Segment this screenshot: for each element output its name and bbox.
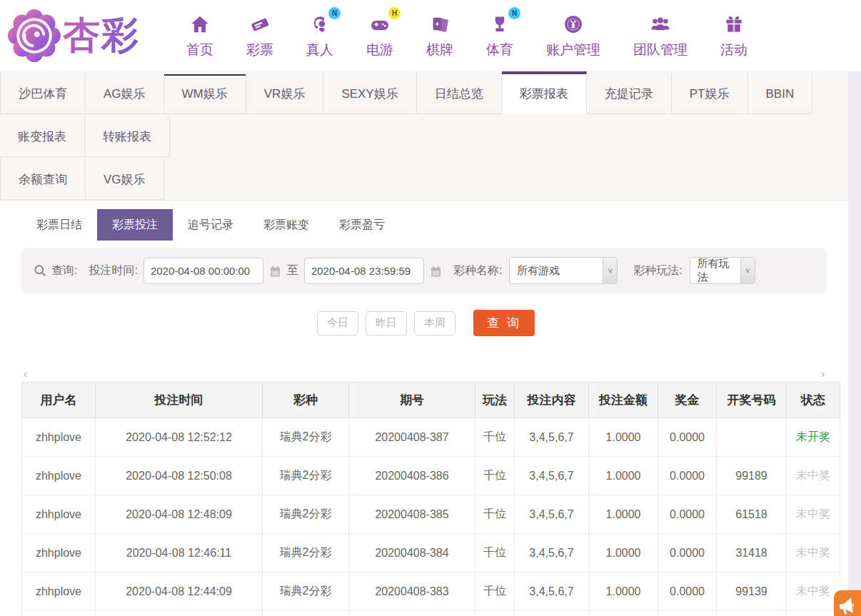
lotus-logo-icon (7, 9, 61, 63)
cell-draw_number: 31418 (717, 534, 787, 572)
time-from-input[interactable] (144, 258, 263, 284)
column-header: 投注金额 (589, 383, 658, 418)
table-row: zhhplove2020-04-08 12:44:09瑞典2分彩20200408… (22, 572, 840, 611)
cell-issue: 20200408-0765 (349, 611, 475, 616)
gift-icon (722, 12, 746, 36)
nav-label: 棋牌 (426, 41, 453, 59)
yesterday-button[interactable]: 昨日 (366, 311, 407, 335)
scroll-right-icon[interactable]: › (821, 369, 825, 382)
nav-item-sports[interactable]: N体育 (470, 12, 530, 59)
nav-item-boardgames[interactable]: 棋牌 (410, 12, 470, 59)
tab-VG娱乐[interactable]: VG娱乐 (86, 157, 164, 200)
search-button[interactable]: 查 询 (473, 310, 535, 336)
cell-username: zhhplove (22, 611, 96, 616)
tab-充提记录[interactable]: 充提记录 (587, 71, 672, 114)
tab-BBIN[interactable]: BBIN (748, 71, 813, 114)
subtab-彩票账变[interactable]: 彩票账变 (248, 209, 324, 241)
cell-lottery: 瑞典2分彩 (263, 534, 349, 572)
today-button[interactable]: 今日 (317, 311, 358, 335)
nav-label: 团队管理 (633, 41, 688, 59)
cell-lottery: 瑞典2分彩 (263, 572, 349, 611)
cell-status: 未中奖 (787, 572, 840, 611)
table-section: ‹ › 用户名投注时间彩种期号玩法投注内容投注金额奖金开奖号码状态 zhhplo… (21, 369, 827, 616)
tab-余额查询[interactable]: 余额查询 (0, 157, 86, 200)
cell-play: 百位 (475, 611, 515, 616)
tab-转账报表[interactable]: 转账报表 (85, 114, 170, 157)
subtab-彩票盈亏[interactable]: 彩票盈亏 (324, 209, 400, 241)
ticket-icon (248, 12, 272, 36)
brand-logo[interactable]: 杏彩 (7, 9, 140, 63)
filter-bar: 查询: 投注时间: 至 彩种名称: 所有游戏 ˅ 彩种玩法: 所有玩法 ˅ (21, 248, 827, 293)
cell-lottery: 瑞典2分彩 (263, 495, 349, 534)
tab-账变报表[interactable]: 账变报表 (0, 114, 85, 157)
cell-prize: 0.0000 (658, 457, 717, 495)
trophy-icon: N (488, 12, 512, 36)
nav-item-lottery[interactable]: 彩票 (230, 12, 290, 59)
scroll-left-icon[interactable]: ‹ (24, 369, 27, 382)
nav-item-team[interactable]: 团队管理 (617, 12, 704, 59)
to-label: 至 (287, 263, 298, 278)
subtab-彩票投注[interactable]: 彩票投注 (97, 209, 173, 241)
cell-content: 3,4,5,6,7 (515, 495, 589, 534)
main-content: 彩票日结彩票投注追号记录彩票账变彩票盈亏 查询: 投注时间: 至 彩种名称: 所… (0, 201, 848, 616)
chevron-down-icon: ˅ (740, 258, 755, 283)
chevron-down-icon: ˅ (603, 258, 617, 283)
time-to-input[interactable] (304, 258, 424, 284)
calendar-icon[interactable] (429, 264, 443, 278)
cell-lottery: 瑞典2分彩 (263, 418, 349, 457)
cell-amount: 1.0000 (589, 534, 658, 572)
table-body: zhhplove2020-04-08 12:52:12瑞典2分彩20200408… (22, 418, 840, 616)
tab-PT娱乐[interactable]: PT娱乐 (672, 71, 748, 114)
cell-issue: 20200408-384 (349, 534, 475, 572)
team-icon (648, 12, 673, 36)
nav-label: 彩票 (246, 41, 273, 59)
table-row: zhhplove2020-04-08 12:46:11瑞典2分彩20200408… (22, 534, 840, 572)
badge-h: H (388, 7, 401, 19)
tab-VR娱乐[interactable]: VR娱乐 (246, 71, 324, 114)
table-header-row: 用户名投注时间彩种期号玩法投注内容投注金额奖金开奖号码状态 (22, 383, 840, 418)
subtab-彩票日结[interactable]: 彩票日结 (21, 209, 97, 241)
tab-沙巴体育[interactable]: 沙巴体育 (0, 71, 86, 114)
calendar-icon[interactable] (268, 264, 282, 278)
tab-WM娱乐[interactable]: WM娱乐 (164, 71, 246, 114)
play-type-label: 彩种玩法: (633, 263, 682, 278)
play-select[interactable]: 所有玩法 ˅ (690, 257, 755, 284)
cell-play: 千位 (475, 572, 515, 611)
table-row: zhhplove2020-04-08 12:44:09瑞典1分彩20200408… (22, 611, 840, 616)
cell-lottery: 瑞典1分彩 (263, 611, 349, 616)
megaphone-icon (837, 595, 857, 616)
column-header: 投注内容 (515, 383, 589, 418)
cell-username: zhhplove (22, 495, 96, 534)
column-header: 开奖号码 (717, 383, 787, 418)
main-nav: 首页彩票N真人H电游棋牌N体育账户管理团队管理活动 (170, 12, 764, 59)
nav-label: 电游 (366, 41, 393, 59)
cell-username: zhhplove (22, 457, 96, 495)
nav-item-account[interactable]: 账户管理 (530, 12, 617, 59)
nav-item-live[interactable]: N真人 (290, 12, 350, 59)
tabs-row-2: 余额查询VG娱乐 (0, 157, 848, 200)
nav-item-activity[interactable]: 活动 (704, 12, 764, 59)
cell-draw_number: 99189 (717, 457, 787, 495)
nav-item-home[interactable]: 首页 (170, 12, 230, 59)
cell-content: 4,5,6,7,8 (515, 611, 589, 616)
column-header: 投注时间 (96, 383, 263, 418)
cell-play: 千位 (475, 534, 515, 572)
cell-draw_number: 61518 (717, 495, 787, 534)
tab-日结总览[interactable]: 日结总览 (417, 71, 502, 114)
cell-draw_number (717, 418, 787, 457)
tab-彩票报表[interactable]: 彩票报表 (502, 71, 587, 114)
cell-bet_time: 2020-04-08 12:46:11 (96, 534, 263, 572)
cell-prize: 0.0000 (658, 495, 717, 534)
cell-play: 千位 (475, 418, 515, 457)
game-select[interactable]: 所有游戏 ˅ (509, 257, 618, 284)
table-row: zhhplove2020-04-08 12:48:09瑞典2分彩20200408… (22, 495, 840, 534)
cell-bet_time: 2020-04-08 12:50:08 (96, 457, 263, 495)
subtab-追号记录[interactable]: 追号记录 (173, 209, 248, 241)
tab-AG娱乐[interactable]: AG娱乐 (86, 71, 164, 114)
this-week-button[interactable]: 本周 (414, 311, 455, 335)
tab-SEXY娱乐[interactable]: SEXY娱乐 (323, 71, 416, 114)
promo-megaphone-widget[interactable] (834, 590, 861, 616)
nav-item-egames[interactable]: H电游 (350, 12, 410, 59)
game-select-value: 所有游戏 (510, 258, 603, 283)
cell-status: 未中奖 (787, 611, 840, 616)
